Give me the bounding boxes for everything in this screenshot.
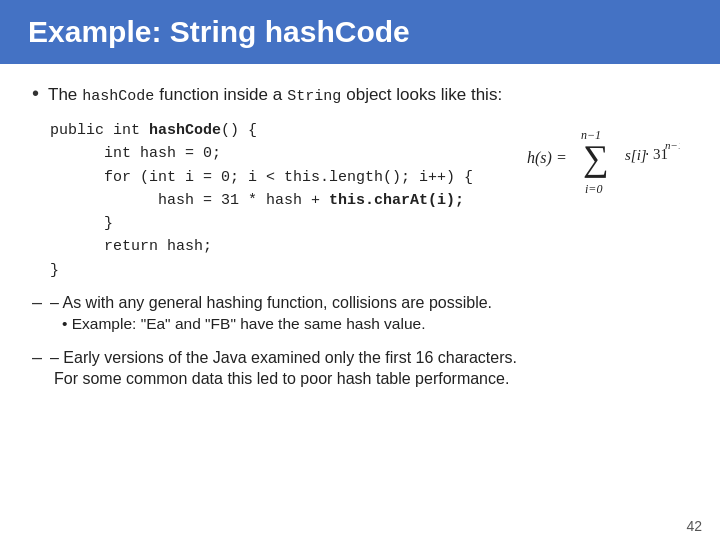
bullet-code1: hashCode (82, 88, 154, 105)
bullet-post: object looks like this: (346, 85, 502, 105)
formula-box: h(s) = ∑ n−1 i=0 s[i] ⋅ 31 n−1−i (517, 119, 688, 203)
code-line-6: return hash; (50, 235, 499, 258)
dash-line2-cont: For some common data this led to poor ha… (54, 370, 688, 388)
slide-title: Example: String hashCode (28, 15, 410, 49)
svg-text:i=0: i=0 (585, 182, 602, 196)
code-line-4: hash = 31 * hash + this.charAt(i); (50, 189, 499, 212)
code-line-2: int hash = 0; (50, 142, 499, 165)
svg-text:∑: ∑ (583, 138, 609, 178)
dash-text-1: – As with any general hashing function, … (50, 294, 492, 312)
svg-text:n−1−i: n−1−i (665, 139, 680, 151)
formula-svg: h(s) = ∑ n−1 i=0 s[i] ⋅ 31 n−1−i (525, 125, 680, 197)
code-line-1: public int hashCode() { (50, 119, 499, 142)
code-area: public int hashCode() { int hash = 0; fo… (50, 119, 688, 282)
slide-header: Example: String hashCode (0, 0, 720, 64)
svg-text:⋅: ⋅ (645, 147, 649, 162)
page-number: 42 (0, 514, 720, 540)
code-block: public int hashCode() { int hash = 0; fo… (50, 119, 499, 282)
dash-row-1: – – As with any general hashing function… (32, 292, 688, 313)
dash-item-2: – – Early versions of the Java examined … (32, 347, 688, 388)
dash-row-2: – – Early versions of the Java examined … (32, 347, 688, 368)
svg-text:n−1: n−1 (581, 128, 601, 142)
slide-content: • The hashCode function inside a String … (0, 64, 720, 514)
dash-sym-2: – (32, 347, 42, 368)
dash-item-1: – – As with any general hashing function… (32, 292, 688, 333)
bullet-dot: • (32, 82, 39, 105)
svg-text:h(s) =: h(s) = (527, 149, 567, 167)
bullet-mid: function inside a (159, 85, 282, 105)
bullet-code2: String (287, 88, 341, 105)
code-line-7: } (50, 259, 499, 282)
dash-text-2a: – Early versions of the Java examined on… (50, 349, 517, 367)
dash-sym-1: – (32, 292, 42, 313)
slide: Example: String hashCode • The hashCode … (0, 0, 720, 540)
dash-text-2b: For some common data this led to poor ha… (54, 370, 509, 387)
svg-text:s[i]: s[i] (625, 147, 647, 163)
sub-bullet-text-1: • Example: "Ea" and "FB" have the same h… (62, 315, 425, 333)
code-line-3: for (int i = 0; i < this.length(); i++) … (50, 166, 499, 189)
bullet-pre: The (48, 85, 77, 105)
sub-bullet-1: • Example: "Ea" and "FB" have the same h… (62, 315, 688, 333)
code-line-5: } (50, 212, 499, 235)
main-bullet: • The hashCode function inside a String … (32, 82, 688, 105)
